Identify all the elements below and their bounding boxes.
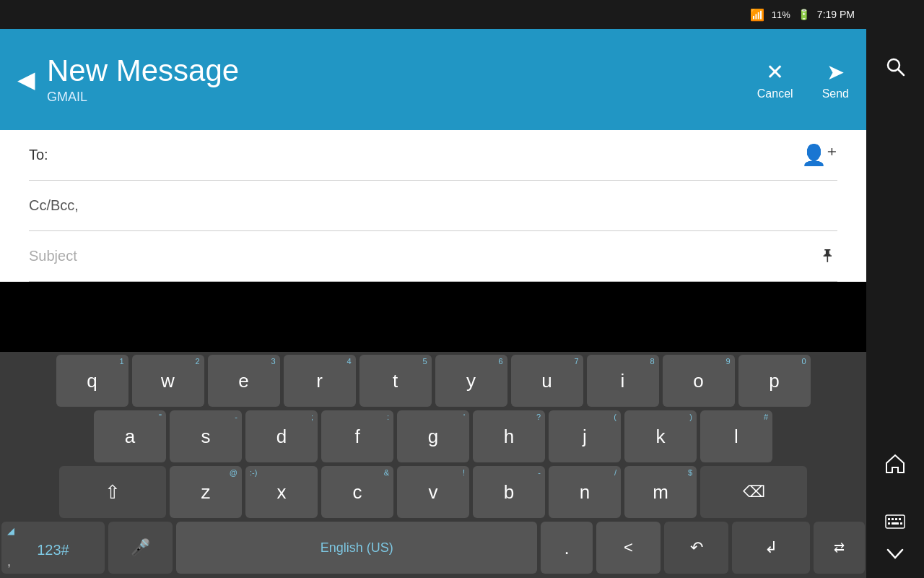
key-j[interactable]: (j <box>549 410 621 462</box>
svg-rect-5 <box>895 518 897 520</box>
keyboard-row-2: "a -s ;d :f 'g ?h (j )k #l <box>1 410 865 462</box>
svg-line-1 <box>898 69 904 75</box>
key-c[interactable]: &c <box>321 466 393 518</box>
svg-rect-7 <box>888 522 890 525</box>
sidebar-home-button[interactable] <box>866 440 924 493</box>
svg-rect-3 <box>888 518 890 520</box>
keyboard-row-4: ◢ 123# , 🎤 English (US) . < ↶ ↲ <box>1 522 865 574</box>
backspace-key[interactable]: ⌫ <box>700 466 807 518</box>
to-row: To: 👤⁺ <box>29 130 837 181</box>
key-k[interactable]: )k <box>624 410 697 462</box>
key-m[interactable]: $m <box>624 466 697 518</box>
lessthan-key[interactable]: < <box>596 522 661 574</box>
to-label: To: <box>29 147 72 163</box>
right-sidebar <box>866 0 924 578</box>
key-i[interactable]: 8i <box>587 355 659 407</box>
key-s[interactable]: -s <box>170 410 242 462</box>
page-title: New Message <box>47 54 757 87</box>
send-label: Send <box>822 87 849 100</box>
cc-input[interactable] <box>79 191 837 220</box>
svg-rect-9 <box>900 522 902 525</box>
key-o[interactable]: 9o <box>663 355 735 407</box>
attachment-icon[interactable]: 🖈 <box>819 245 837 267</box>
sidebar-search-button[interactable] <box>866 43 924 95</box>
key-r[interactable]: 4r <box>284 355 356 407</box>
to-input[interactable] <box>72 141 801 169</box>
cancel-label: Cancel <box>757 87 793 100</box>
battery-icon: 🔋 <box>798 9 810 20</box>
key-z[interactable]: @z <box>170 466 242 518</box>
key-h[interactable]: ?h <box>473 410 545 462</box>
sidebar-chevron-down-button[interactable] <box>866 540 924 571</box>
key-b[interactable]: -b <box>473 466 545 518</box>
app-subtitle: GMAIL <box>47 90 757 105</box>
main-content: 📶 11% 🔋 7:19 PM ◀ New Message GMAIL ✕ Ca… <box>0 0 866 578</box>
key-d[interactable]: ;d <box>245 410 318 462</box>
keyboard-row-1: 1q 2w 3e 4r 5t 6y 7u 8i 9o 0p <box>1 355 865 407</box>
period-key[interactable]: . <box>541 522 592 574</box>
send-icon: ➤ <box>827 59 845 85</box>
status-bar: 📶 11% 🔋 7:19 PM <box>0 0 866 29</box>
title-area: New Message GMAIL <box>47 54 757 104</box>
shift-key[interactable]: ⇧ <box>59 466 166 518</box>
numbers-key[interactable]: ◢ 123# , <box>1 522 105 574</box>
keyboard: 1q 2w 3e 4r 5t 6y 7u 8i 9o 0p "a -s ;d :… <box>0 352 866 578</box>
space-key[interactable]: English (US) <box>176 522 537 574</box>
key-n[interactable]: /n <box>549 466 621 518</box>
cc-row: Cc/Bcc, <box>29 181 837 231</box>
key-v[interactable]: !v <box>397 466 469 518</box>
key-l[interactable]: #l <box>700 410 772 462</box>
sidebar-keyboard-button[interactable] <box>866 507 924 540</box>
cancel-icon: ✕ <box>766 59 784 85</box>
enter-key[interactable]: ↲ <box>732 522 809 574</box>
compose-form: To: 👤⁺ Cc/Bcc, 🖈 <box>0 130 866 282</box>
key-u[interactable]: 7u <box>511 355 583 407</box>
key-g[interactable]: 'g <box>397 410 469 462</box>
key-p[interactable]: 0p <box>738 355 811 407</box>
cc-label: Cc/Bcc, <box>29 197 79 214</box>
svg-rect-6 <box>899 518 901 520</box>
globe-key[interactable]: ⇄ <box>814 522 865 574</box>
microphone-key[interactable]: 🎤 <box>108 522 173 574</box>
space-label: English (US) <box>321 540 393 556</box>
action-buttons: ✕ Cancel ➤ Send <box>757 59 849 100</box>
key-e[interactable]: 3e <box>208 355 280 407</box>
time-display: 7:19 PM <box>817 9 855 20</box>
subject-row: 🖈 <box>29 231 837 282</box>
svg-rect-4 <box>892 518 894 520</box>
undo-key[interactable]: ↶ <box>664 522 728 574</box>
app-bar: ◀ New Message GMAIL ✕ Cancel ➤ Send <box>0 29 866 130</box>
battery-percent: 11% <box>772 9 790 20</box>
keyboard-row-3: ⇧ @z :-)x &c !v -b /n $m ⌫ <box>1 466 865 518</box>
key-w[interactable]: 2w <box>132 355 204 407</box>
key-f[interactable]: :f <box>321 410 393 462</box>
send-button[interactable]: ➤ Send <box>822 59 849 100</box>
key-y[interactable]: 6y <box>435 355 507 407</box>
wifi-icon: 📶 <box>750 8 764 22</box>
key-q[interactable]: 1q <box>56 355 128 407</box>
key-a[interactable]: "a <box>94 410 166 462</box>
back-button[interactable]: ◀ <box>17 68 35 91</box>
key-x[interactable]: :-)x <box>245 466 318 518</box>
key-t[interactable]: 5t <box>359 355 432 407</box>
subject-input[interactable] <box>29 242 819 270</box>
cancel-button[interactable]: ✕ Cancel <box>757 59 793 100</box>
svg-rect-2 <box>886 515 905 528</box>
svg-rect-8 <box>892 522 899 525</box>
add-contact-icon[interactable]: 👤⁺ <box>801 143 837 167</box>
